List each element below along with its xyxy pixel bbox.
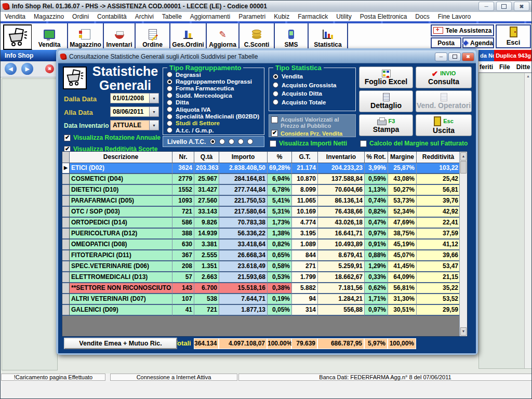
table-header-margine[interactable]: Margine: [388, 152, 417, 163]
table-header-importo[interactable]: Importo: [219, 152, 268, 163]
row-selector[interactable]: [62, 174, 70, 185]
row-selector[interactable]: [62, 185, 70, 196]
menu-item-tabelle[interactable]: Tabelle: [158, 13, 186, 20]
check-acquisti-valorizzati[interactable]: Acquisti Valorizzati al Prezzo al Pubbli…: [271, 116, 353, 129]
menu-item-farmaclick[interactable]: Farmaclick: [294, 13, 332, 20]
table-scrollbar[interactable]: ▲ ▼: [459, 152, 467, 336]
table-row[interactable]: ▶ETICI (D02)3624203.3632.838.408,5069,28…: [62, 163, 467, 174]
menu-item-archivi[interactable]: Archivi: [131, 13, 158, 20]
row-selector[interactable]: [62, 218, 70, 229]
radio-button-icon[interactable]: [167, 92, 172, 98]
minimize-button[interactable]: ─: [478, 2, 494, 11]
toolbar-button-vendita[interactable]: Vendita: [32, 23, 68, 49]
check-margine-fatturato[interactable]: Calcolo del Margine sul Fatturato: [360, 140, 468, 147]
checkbox-unchecked-icon[interactable]: [271, 116, 278, 123]
table-header-inventario[interactable]: Inventario: [318, 152, 365, 163]
table-header-nr-[interactable]: Nr.: [172, 152, 194, 163]
forward-button[interactable]: ▶: [21, 63, 33, 75]
checkbox-checked-icon[interactable]: [64, 135, 71, 141]
table-header--rot-[interactable]: % Rot.: [365, 152, 388, 163]
menu-item-posta-elettronica[interactable]: Posta Elettronica: [356, 13, 411, 20]
table-header--[interactable]: %: [268, 152, 292, 163]
atc-level-radio-4[interactable]: [238, 139, 244, 144]
dialog-maximize-button[interactable]: [448, 52, 461, 61]
radio-acquisto-grossista[interactable]: Acquisto Grossista: [273, 81, 355, 90]
toolbar-button-sms[interactable]: SMS: [275, 23, 309, 49]
menu-item-contabilit-[interactable]: Contabilità: [93, 13, 131, 20]
table-header-descrizione[interactable]: Descrizione: [70, 152, 172, 163]
check-considera-prz[interactable]: Considera Prz. Vendita: [271, 130, 353, 137]
close-button[interactable]: ✖: [514, 2, 529, 11]
atc-level-radio-3[interactable]: [229, 139, 234, 144]
radio-vendita[interactable]: Vendita: [273, 72, 355, 81]
radio-a-t-c-g-m-p-[interactable]: A.t.c. / G.m.p.: [167, 127, 264, 134]
consulta-button[interactable]: ✔INVIO Consulta: [416, 66, 472, 88]
vend-operatori-button[interactable]: Vend. Operatori: [416, 90, 472, 112]
menu-item-magazzino[interactable]: Magazzino: [30, 13, 68, 20]
radio-degrassi[interactable]: Degrassi: [167, 71, 264, 78]
dettaglio-button[interactable]: Dettaglio: [359, 90, 413, 112]
right-menu-item-file[interactable]: File: [499, 63, 510, 71]
uscita-button[interactable]: Esc Uscita: [416, 114, 472, 136]
row-selector[interactable]: [62, 305, 70, 316]
row-selector[interactable]: [62, 294, 70, 305]
menu-item-aggiornamenti[interactable]: Aggiornamenti: [186, 13, 234, 20]
radio-button-icon[interactable]: [167, 100, 172, 105]
dialog-minimize-button[interactable]: ─: [435, 52, 447, 61]
row-selector[interactable]: [62, 207, 70, 218]
checkbox-unchecked-icon[interactable]: [270, 140, 276, 147]
radio-button-icon[interactable]: [273, 82, 278, 88]
row-selector[interactable]: [62, 272, 70, 283]
menu-item-ordini[interactable]: Ordini: [68, 13, 93, 20]
table-row[interactable]: **SETTORE NON RICONOSCIUTO1436.70015.518…: [62, 283, 467, 294]
radio-sudd-merceologica[interactable]: Sudd. Merceologica: [167, 92, 264, 99]
checkbox-unchecked-icon[interactable]: [360, 140, 367, 147]
radio-raggruppamento-degrassi[interactable]: Raggruppamento Degrassi: [167, 78, 264, 85]
table-row[interactable]: OMEOPATICI (D08)6303.38133.418,640,82%1.…: [62, 240, 467, 250]
menu-item-utility[interactable]: Utility: [332, 13, 355, 20]
menu-item-docs[interactable]: Docs: [411, 13, 433, 20]
row-selector[interactable]: [62, 261, 70, 272]
atc-level-radio-2[interactable]: [219, 139, 225, 144]
scrollbar-thumb[interactable]: [460, 161, 467, 174]
menu-item-fine-lavoro[interactable]: Fine Lavoro: [434, 13, 475, 20]
table-row[interactable]: FITOTERAPICI (D11)3672.55526.668,340,65%…: [62, 250, 467, 261]
radio-acquisto-ditta[interactable]: Acquisto Ditta: [273, 89, 355, 98]
radio-acquisto-totale[interactable]: Acquisto Totale: [273, 98, 355, 107]
alla-data-select[interactable]: 08/06/2011 ▼: [110, 107, 159, 117]
toolbar-button-c-sconti[interactable]: C.Sconti: [240, 23, 275, 49]
atc-level-radio-5[interactable]: [247, 139, 253, 144]
table-header-g-t-[interactable]: G.T.: [292, 152, 318, 163]
radio-ditta[interactable]: Ditta: [167, 99, 264, 106]
table-header-q-t-[interactable]: Q.tà: [194, 152, 219, 163]
radio-aliquota-iva[interactable]: Aliquota IVA: [167, 106, 264, 113]
row-selector[interactable]: [62, 196, 70, 207]
radio-button-icon[interactable]: [273, 91, 278, 97]
table-header-redditivit-[interactable]: Redditività: [417, 152, 460, 163]
toolbar-button-statistica[interactable]: Statistica: [309, 23, 348, 49]
table-row[interactable]: OTC / SOP (D03)72133.143217.580,645,31%1…: [62, 207, 467, 218]
right-menu-item-feriti[interactable]: feriti: [480, 63, 493, 71]
restore-button[interactable]: [496, 2, 512, 11]
toolbar-button-ges-ordini[interactable]: Ges.Ordini: [170, 23, 207, 49]
table-row[interactable]: ELETTROMEDICALI (D13)572.66321.593,680,5…: [62, 272, 467, 283]
radio-button-icon[interactable]: [167, 114, 172, 119]
scroll-down-icon[interactable]: ▼: [460, 327, 467, 336]
dropdown-arrow-icon[interactable]: ▼: [150, 93, 159, 103]
right-menu-item-ditte[interactable]: Ditte: [516, 63, 530, 71]
esci-button[interactable]: Esci: [496, 24, 531, 48]
vendite-emea-button[interactable]: Vendite Emea + Mutuo Ric.: [64, 338, 177, 349]
posta-button[interactable]: Posta: [431, 37, 461, 48]
scroll-up-icon[interactable]: ▲: [460, 152, 467, 161]
duplica-badge[interactable]: Duplica 943g: [494, 50, 532, 61]
checkbox-checked-icon[interactable]: [271, 130, 278, 137]
dialog-titlebar[interactable]: Consultazione Statistiche Generali sugli…: [58, 50, 476, 63]
dalla-data-select[interactable]: 01/01/2008 ▼: [110, 93, 159, 103]
table-row[interactable]: GALENICI (D09)417211.877,130,05%314556,8…: [62, 305, 467, 316]
radio-button-icon[interactable]: [167, 72, 172, 77]
foglio-excel-button[interactable]: Foglio Excel: [359, 66, 413, 88]
radio-button-icon[interactable]: [167, 127, 172, 133]
table-row[interactable]: COSMETICI (D04)277925.967284.164,816,94%…: [62, 174, 467, 185]
toolbar-button-magazzino[interactable]: Magazzino: [68, 23, 104, 49]
app-logo[interactable]: [3, 24, 32, 50]
